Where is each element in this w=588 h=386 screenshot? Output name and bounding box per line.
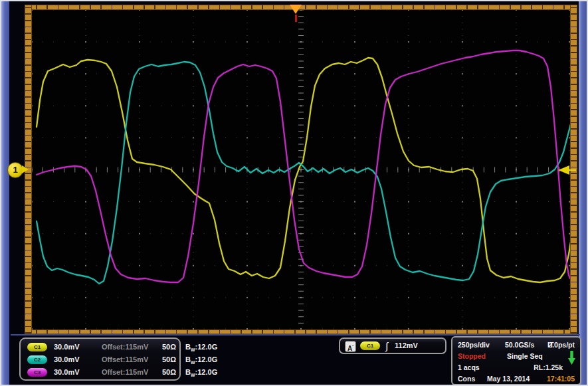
vertical-scale-c2: 30.0mV [54, 353, 80, 366]
window-edge-left [1, 1, 9, 385]
arrow-down-icon [568, 351, 575, 365]
horizontal-readout-row: 250ps/div 50.0GS/s IT 2.0ps/pt [452, 339, 580, 351]
window-edge-right [579, 1, 587, 385]
oscilloscope-screen: 1 C1 30.0mV Offset:115mV 50Ω BW:12.0G C2… [0, 0, 588, 386]
channel-badge-c2[interactable]: C2 [27, 355, 47, 364]
trigger-channel-badge[interactable]: C1 [360, 341, 380, 350]
frame-separator [11, 334, 580, 336]
channel1-reference-marker[interactable]: 1 [7, 162, 23, 178]
trigger-level-value: 112mV [395, 339, 418, 353]
timebase-value: 250ps/div [458, 339, 490, 351]
vertical-scale-c1: 30.0mV [54, 341, 80, 353]
channel1-reference-arrow-icon [22, 165, 29, 173]
record-length: RL:1.25k [534, 362, 563, 373]
channel-readout-row-c3[interactable]: C3 30.0mV Offset:115mV 50Ω BW:12.0G [26, 366, 179, 379]
datetime-row: Cons May 13, 2014 17:41:05 [452, 373, 580, 385]
vertical-offset-c2: Offset:115mV [102, 353, 148, 366]
waveform-display[interactable] [32, 10, 570, 330]
vertical-offset-c3: Offset:115mV [102, 366, 148, 379]
bandwidth-c3: BW:12.0G [185, 366, 217, 381]
run-state-row: Stopped Single Seq [452, 351, 580, 362]
termination-c3: 50Ω [162, 366, 176, 379]
termination-c1: 50Ω [162, 341, 176, 353]
acq-sequence-mode: Single Seq [507, 351, 543, 362]
trigger-source-badge[interactable]: A' [345, 341, 356, 352]
channel-badge-c1[interactable]: C1 [27, 343, 47, 351]
waveform-c2 [37, 62, 570, 284]
channel-badge-c3[interactable]: C3 [27, 368, 47, 377]
channel-readout-row-c2[interactable]: C2 30.0mV Offset:115mV 50Ω BW:12.0G [26, 353, 179, 366]
waveform-svg [32, 10, 570, 330]
vertical-scale-c3: 30.0mV [54, 366, 80, 379]
trigger-readout-box[interactable]: A' C1 ∫ 112mV [339, 338, 446, 354]
acq-count: 1 acqs [458, 362, 480, 373]
trigger-level-arrow-tail [568, 169, 576, 171]
termination-c2: 50Ω [162, 353, 176, 366]
acquisition-box[interactable]: 250ps/div 50.0GS/s IT 2.0ps/pt Stopped S… [451, 336, 581, 385]
sample-rate-value: 50.0GS/s [505, 339, 534, 351]
graticule-ruler-bottom [25, 330, 577, 334]
model-label: Cons [458, 373, 475, 385]
acq-status: Stopped [458, 351, 486, 362]
vertical-offset-c1: Offset:115mV [102, 341, 148, 353]
date-value: May 13, 2014 [487, 373, 530, 385]
waveform-c1 [37, 58, 570, 282]
trigger-position-marker[interactable] [290, 5, 302, 14]
resolution-value: 2.0ps/pt [548, 339, 575, 351]
time-value: 17:41:05 [547, 373, 575, 385]
trigger-slope-icon: ∫ [385, 339, 388, 353]
channel-readout-row-c1[interactable]: C1 30.0mV Offset:115mV 50Ω BW:12.0G [26, 341, 179, 353]
channel-readout-box[interactable]: C1 30.0mV Offset:115mV 50Ω BW:12.0G C2 3… [19, 338, 181, 381]
trigger-point-tick [295, 15, 297, 22]
record-row: 1 acqs RL:1.25k [452, 362, 580, 373]
